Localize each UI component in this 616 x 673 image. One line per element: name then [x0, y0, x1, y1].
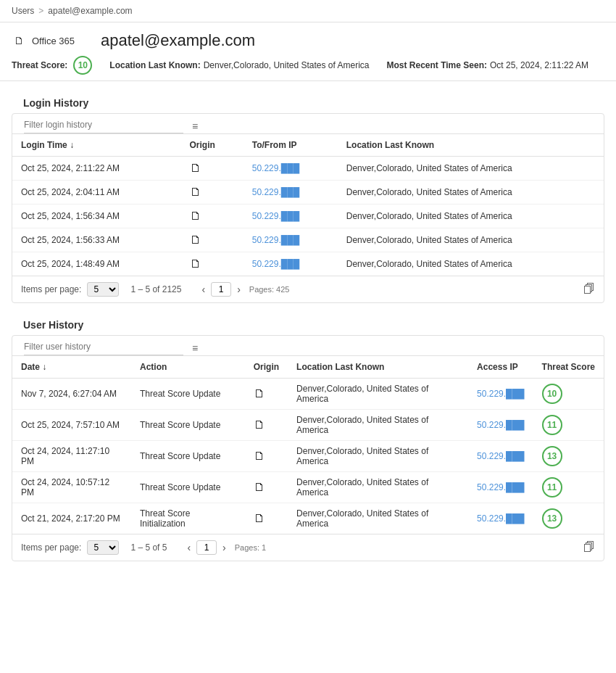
location-cell: Denver,Colorado, United States of Americ…: [338, 228, 604, 252]
login-per-page-select[interactable]: 5 10 25: [87, 282, 119, 297]
col-user-origin[interactable]: Origin: [245, 356, 288, 379]
breadcrumb: Users > apatel@example.com: [0, 0, 616, 22]
user-pagination: Items per page: 5 10 25 1 – 5 of 5 ‹ › P…: [12, 534, 604, 561]
login-page-input[interactable]: [211, 282, 231, 297]
ip-cell: 50.229.███: [244, 157, 338, 181]
breadcrumb-users[interactable]: Users: [12, 6, 34, 16]
location-cell: Denver,Colorado, United States of Americ…: [338, 205, 604, 228]
col-location[interactable]: Location Last Known: [338, 134, 604, 157]
user-filter-row: ≡: [12, 336, 604, 356]
access-ip-cell: 50.229.███: [468, 410, 533, 441]
sort-icon: ↓: [70, 140, 74, 150]
access-ip-link[interactable]: 50.229.███: [477, 420, 525, 430]
threat-score-section: Threat Score: 10: [12, 56, 92, 75]
origin-icon: 🗋: [190, 186, 201, 198]
user-filter-input[interactable]: [24, 340, 183, 355]
location-label: Location Last Known:: [109, 60, 200, 70]
user-per-page-select[interactable]: 5 10 25: [87, 540, 119, 555]
user-history-title: User History: [23, 312, 593, 335]
col-access-ip[interactable]: Access IP: [468, 356, 533, 379]
col-action[interactable]: Action: [131, 356, 245, 379]
user-prev-btn[interactable]: ‹: [184, 540, 193, 555]
user-range-label: 1 – 5 of 5: [130, 542, 167, 553]
user-table-row: Oct 25, 2024, 7:57:10 AM Threat Score Up…: [12, 410, 604, 441]
login-filter-input[interactable]: [24, 118, 183, 133]
ip-link[interactable]: 50.229.███: [252, 235, 300, 245]
threat-score-badge: 10: [73, 56, 92, 75]
user-origin-cell: 🗋: [245, 441, 288, 472]
user-origin-cell: 🗋: [245, 410, 288, 441]
action-cell: Threat Score Update: [131, 410, 245, 441]
user-origin-cell: 🗋: [245, 503, 288, 534]
col-threat-score[interactable]: Threat Score: [533, 356, 604, 379]
origin-cell: 🗋: [181, 157, 244, 181]
user-location-cell: Denver,Colorado, United States of Americ…: [288, 410, 468, 441]
location-section: Location Last Known: Denver,Colorado, Un…: [109, 60, 369, 70]
user-table-row: Nov 7, 2024, 6:27:04 AM Threat Score Upd…: [12, 379, 604, 410]
login-table-row: Oct 25, 2024, 2:11:22 AM 🗋 50.229.███ De…: [12, 157, 604, 181]
location-cell: Denver,Colorado, United States of Americ…: [338, 181, 604, 205]
login-export-icon[interactable]: 🗍: [583, 283, 595, 296]
threat-score-circle: 13: [542, 508, 562, 529]
date-cell: Oct 21, 2024, 2:17:20 PM: [12, 503, 131, 534]
col-origin[interactable]: Origin: [181, 134, 244, 157]
login-items-per-page-label: Items per page:: [21, 284, 81, 294]
login-time-cell: Oct 25, 2024, 2:04:11 AM: [12, 181, 181, 205]
threat-score-cell: 13: [533, 441, 604, 472]
origin-cell: 🗋: [181, 205, 244, 228]
user-page-input[interactable]: [196, 540, 217, 555]
ip-cell: 50.229.███: [244, 181, 338, 205]
access-ip-link[interactable]: 50.229.███: [477, 482, 525, 492]
login-next-btn[interactable]: ›: [234, 282, 244, 297]
user-location-cell: Denver,Colorado, United States of Americ…: [288, 472, 468, 503]
ip-link[interactable]: 50.229.███: [252, 259, 300, 269]
time-label: Most Recent Time Seen:: [386, 60, 486, 70]
login-table-row: Oct 25, 2024, 1:56:33 AM 🗋 50.229.███ De…: [12, 228, 604, 252]
user-origin-icon: 🗋: [254, 450, 265, 462]
location-value: Denver,Colorado, United States of Americ…: [204, 60, 370, 70]
origin-icon: 🗋: [190, 234, 201, 246]
user-history-section: User History ≡ Date ↓ Action Origin Loca…: [12, 312, 604, 561]
col-login-time[interactable]: Login Time ↓: [12, 134, 181, 157]
ip-cell: 50.229.███: [244, 205, 338, 228]
col-tofrom-ip[interactable]: To/From IP: [244, 134, 338, 157]
time-section: Most Recent Time Seen: Oct 25, 2024, 2:1…: [386, 60, 588, 70]
access-ip-link[interactable]: 50.229.███: [477, 513, 525, 524]
threat-score-cell: 10: [533, 379, 604, 410]
user-filter-icon: ≡: [192, 342, 198, 354]
login-prev-btn[interactable]: ‹: [199, 282, 208, 297]
access-ip-cell: 50.229.███: [468, 379, 533, 410]
origin-cell: 🗋: [181, 252, 244, 276]
sort-icon: ↓: [42, 362, 46, 372]
user-next-btn[interactable]: ›: [220, 540, 229, 555]
ip-link[interactable]: 50.229.███: [252, 163, 300, 173]
breadcrumb-separator: >: [38, 6, 43, 16]
access-ip-link[interactable]: 50.229.███: [477, 389, 525, 399]
user-export-icon[interactable]: 🗍: [583, 541, 595, 554]
ip-link[interactable]: 50.229.███: [252, 187, 300, 197]
threat-score-circle: 11: [542, 415, 562, 435]
user-history-table: Date ↓ Action Origin Location Last Known…: [12, 356, 604, 534]
col-user-location[interactable]: Location Last Known: [288, 356, 468, 379]
login-table-row: Oct 25, 2024, 2:04:11 AM 🗋 50.229.███ De…: [12, 181, 604, 205]
office365-icon: 🗋: [12, 33, 26, 48]
user-location-cell: Denver,Colorado, United States of Americ…: [288, 441, 468, 472]
ip-link[interactable]: 50.229.███: [252, 211, 300, 221]
threat-score-cell: 11: [533, 410, 604, 441]
login-time-cell: Oct 25, 2024, 1:48:49 AM: [12, 252, 181, 276]
login-table-header-row: Login Time ↓ Origin To/From IP Location …: [12, 134, 604, 157]
login-range-label: 1 – 5 of 2125: [130, 284, 181, 294]
login-pagination: Items per page: 5 10 25 1 – 5 of 2125 ‹ …: [12, 276, 604, 302]
user-pages-label: Pages: 1: [235, 543, 266, 552]
col-date[interactable]: Date ↓: [12, 356, 131, 379]
origin-cell: 🗋: [181, 228, 244, 252]
login-time-cell: Oct 25, 2024, 2:11:22 AM: [12, 157, 181, 181]
threat-score-circle: 13: [542, 446, 562, 466]
user-email: apatel@example.com: [101, 31, 255, 50]
access-ip-link[interactable]: 50.229.███: [477, 451, 525, 461]
app-name: Office 365: [32, 36, 75, 46]
user-history-container: ≡ Date ↓ Action Origin Location Last Kno…: [12, 335, 604, 561]
access-ip-cell: 50.229.███: [468, 441, 533, 472]
login-table-row: Oct 25, 2024, 1:56:34 AM 🗋 50.229.███ De…: [12, 205, 604, 228]
app-title-row: 🗋 Office 365 apatel@example.com: [12, 31, 604, 50]
